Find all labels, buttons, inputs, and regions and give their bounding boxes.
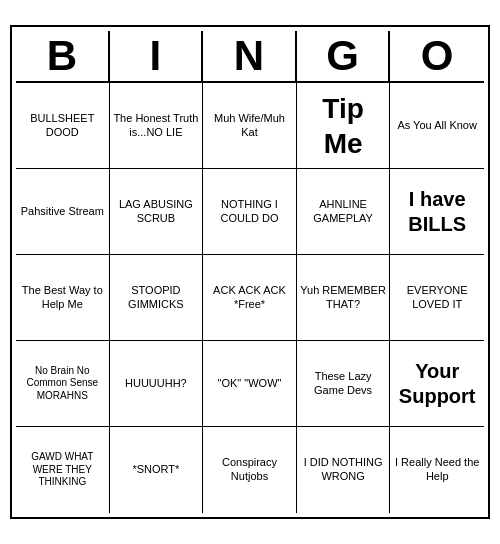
cell-text: I DID NOTHING WRONG bbox=[300, 456, 387, 484]
bingo-cell: Pahsitive Stream bbox=[16, 169, 110, 255]
bingo-grid: BULLSHEET DOODThe Honest Truth is...NO L… bbox=[16, 83, 484, 513]
cell-text: BULLSHEET DOOD bbox=[19, 112, 106, 140]
cell-text: Conspiracy Nutjobs bbox=[206, 456, 293, 484]
cell-text: EVERYONE LOVED IT bbox=[393, 284, 481, 312]
cell-text: Tip Me bbox=[300, 91, 387, 161]
header-letter: O bbox=[390, 31, 484, 81]
bingo-cell: I have BILLS bbox=[390, 169, 484, 255]
header-letter: B bbox=[16, 31, 110, 81]
cell-text: The Honest Truth is...NO LIE bbox=[113, 112, 200, 140]
bingo-cell: Tip Me bbox=[297, 83, 391, 169]
bingo-cell: The Best Way to Help Me bbox=[16, 255, 110, 341]
bingo-cell: I DID NOTHING WRONG bbox=[297, 427, 391, 513]
cell-text: Pahsitive Stream bbox=[21, 205, 104, 219]
cell-text: Yuh REMEMBER THAT? bbox=[300, 284, 387, 312]
cell-text: STOOPID GIMMICKS bbox=[113, 284, 200, 312]
bingo-cell: ACK ACK ACK *Free* bbox=[203, 255, 297, 341]
cell-text: *SNORT* bbox=[132, 463, 179, 477]
header-letter: N bbox=[203, 31, 297, 81]
header-letter: I bbox=[110, 31, 204, 81]
bingo-cell: BULLSHEET DOOD bbox=[16, 83, 110, 169]
cell-text: "OK" "WOW" bbox=[218, 377, 282, 391]
bingo-cell: I Really Need the Help bbox=[390, 427, 484, 513]
cell-text: I Really Need the Help bbox=[393, 456, 481, 484]
bingo-cell: AHNLINE GAMEPLAY bbox=[297, 169, 391, 255]
bingo-cell: STOOPID GIMMICKS bbox=[110, 255, 204, 341]
bingo-cell: Conspiracy Nutjobs bbox=[203, 427, 297, 513]
cell-text: Muh Wife/Muh Kat bbox=[206, 112, 293, 140]
bingo-cell: No Brain No Common Sense MORAHNS bbox=[16, 341, 110, 427]
bingo-cell: Yuh REMEMBER THAT? bbox=[297, 255, 391, 341]
bingo-cell: LAG ABUSING SCRUB bbox=[110, 169, 204, 255]
bingo-cell: As You All Know bbox=[390, 83, 484, 169]
bingo-cell: GAWD WHAT WERE THEY THINKING bbox=[16, 427, 110, 513]
bingo-cell: These Lazy Game Devs bbox=[297, 341, 391, 427]
bingo-cell: The Honest Truth is...NO LIE bbox=[110, 83, 204, 169]
cell-text: Your Support bbox=[393, 359, 481, 409]
cell-text: AHNLINE GAMEPLAY bbox=[300, 198, 387, 226]
cell-text: ACK ACK ACK *Free* bbox=[206, 284, 293, 312]
bingo-cell: "OK" "WOW" bbox=[203, 341, 297, 427]
cell-text: The Best Way to Help Me bbox=[19, 284, 106, 312]
cell-text: GAWD WHAT WERE THEY THINKING bbox=[19, 451, 106, 489]
cell-text: These Lazy Game Devs bbox=[300, 370, 387, 398]
header-letter: G bbox=[297, 31, 391, 81]
bingo-card: BINGO BULLSHEET DOODThe Honest Truth is.… bbox=[10, 25, 490, 519]
bingo-cell: *SNORT* bbox=[110, 427, 204, 513]
cell-text: NOTHING I COULD DO bbox=[206, 198, 293, 226]
bingo-cell: HUUUUHH? bbox=[110, 341, 204, 427]
cell-text: HUUUUHH? bbox=[125, 377, 187, 391]
bingo-cell: NOTHING I COULD DO bbox=[203, 169, 297, 255]
bingo-cell: EVERYONE LOVED IT bbox=[390, 255, 484, 341]
cell-text: I have BILLS bbox=[393, 187, 481, 237]
cell-text: LAG ABUSING SCRUB bbox=[113, 198, 200, 226]
cell-text: As You All Know bbox=[397, 119, 477, 133]
bingo-cell: Your Support bbox=[390, 341, 484, 427]
cell-text: No Brain No Common Sense MORAHNS bbox=[19, 365, 106, 403]
bingo-cell: Muh Wife/Muh Kat bbox=[203, 83, 297, 169]
bingo-header: BINGO bbox=[16, 31, 484, 83]
